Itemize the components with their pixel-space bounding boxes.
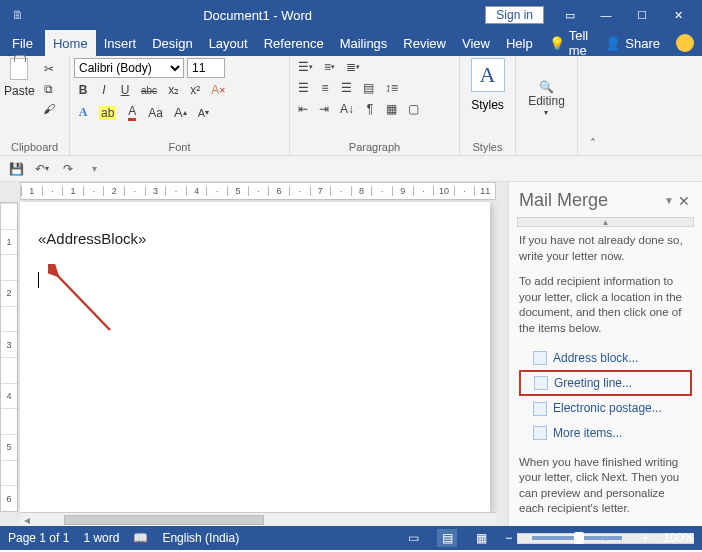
dec-indent-button[interactable]: ⇤ (294, 100, 312, 118)
ribbon-display-icon[interactable]: ▭ (552, 0, 588, 30)
electronic-postage-label: Electronic postage... (553, 400, 662, 416)
paragraph-group-label: Paragraph (294, 139, 455, 155)
tell-me[interactable]: 💡Tell me (541, 30, 598, 56)
greeting-line-label: Greeting line... (554, 375, 632, 391)
font-size-select[interactable]: 11 (187, 58, 225, 78)
styles-gallery-button[interactable]: A (471, 58, 505, 92)
insert-tab[interactable]: Insert (96, 30, 145, 56)
text-caret (38, 272, 39, 288)
view-tab[interactable]: View (454, 30, 498, 56)
underline-button[interactable]: U (116, 81, 134, 99)
justify-button[interactable]: ▤ (359, 79, 378, 97)
mailings-tab[interactable]: Mailings (332, 30, 396, 56)
save-button[interactable]: 💾 (8, 161, 24, 177)
window-title: Document1 - Word (193, 8, 322, 23)
change-case-button[interactable]: Aa (144, 104, 167, 122)
review-tab[interactable]: Review (395, 30, 454, 56)
paragraph-group: ☰▾ ≡▾ ≣▾ ☰ ≡ ☰ ▤ ↕≡ ⇤ ⇥ A↓ ¶ ▦ ▢ Paragra… (290, 56, 460, 155)
document-page[interactable]: «AddressBlock» (20, 202, 490, 512)
address-block-link[interactable]: Address block... (519, 346, 692, 370)
grow-font-button[interactable]: A▴ (170, 103, 191, 122)
zoom-slider[interactable] (532, 536, 622, 540)
web-layout-button[interactable]: ▦ (471, 529, 491, 547)
share-button[interactable]: 👤Share (597, 30, 668, 56)
design-tab[interactable]: Design (144, 30, 200, 56)
multilevel-button[interactable]: ≣▾ (342, 58, 364, 76)
horizontal-scrollbar[interactable]: ◂ (20, 512, 496, 526)
format-painter-button[interactable]: 🖌 (39, 100, 59, 118)
shrink-font-button[interactable]: A▾ (194, 104, 213, 122)
clipboard-group: Paste ✂ ⧉ 🖌 Clipboard (0, 56, 70, 155)
page-count[interactable]: Page 1 of 1 (8, 531, 69, 545)
strike-button[interactable]: abc (137, 81, 161, 99)
print-layout-button[interactable]: ▤ (437, 529, 457, 547)
horizontal-ruler[interactable]: 1·1·2·3·4·5·6·7·8·9·10·11 (20, 182, 496, 200)
clear-format-button[interactable]: A✕ (207, 81, 230, 99)
shading-button[interactable]: ▦ (382, 100, 401, 118)
taskpane-menu-button[interactable]: ▼ (664, 195, 674, 206)
styles-label[interactable]: Styles (471, 98, 504, 112)
zoom-out-button[interactable]: − (505, 531, 512, 545)
subscript-button[interactable]: x₂ (164, 81, 183, 99)
electronic-postage-link[interactable]: Electronic postage... (519, 396, 692, 420)
zoom-in-button[interactable]: + (642, 531, 649, 545)
feedback-button[interactable] (668, 30, 702, 56)
show-marks-button[interactable]: ¶ (361, 100, 379, 118)
collapse-ribbon-button[interactable]: ˄ (578, 56, 608, 155)
word-count[interactable]: 1 word (83, 531, 119, 545)
text-effects-button[interactable]: A (74, 103, 92, 122)
copy-button[interactable]: ⧉ (39, 80, 59, 98)
paste-button[interactable]: Paste (4, 84, 35, 98)
language-status[interactable]: English (India) (162, 531, 239, 545)
lightbulb-icon: 💡 (549, 36, 565, 51)
spellcheck-icon[interactable]: 📖 (133, 531, 148, 545)
references-tab[interactable]: Reference (256, 30, 332, 56)
italic-button[interactable]: I (95, 81, 113, 99)
file-tab[interactable]: File (0, 30, 45, 56)
font-group: Calibri (Body) 11 B I U abc x₂ x² A✕ A a… (70, 56, 290, 155)
home-tab[interactable]: Home (45, 30, 96, 56)
redo-button[interactable]: ↷ (60, 161, 76, 177)
undo-button[interactable]: ↶▾ (34, 161, 50, 177)
cut-button[interactable]: ✂ (39, 60, 59, 78)
taskpane-body: If you have not already done so, write y… (509, 233, 702, 527)
sort-button[interactable]: A↓ (336, 100, 358, 118)
ribbon: Paste ✂ ⧉ 🖌 Clipboard Calibri (Body) 11 … (0, 56, 702, 156)
numbering-button[interactable]: ≡▾ (320, 58, 339, 76)
editing-button[interactable]: 🔍 Editing ▾ (524, 78, 569, 119)
minimize-button[interactable]: — (588, 0, 624, 30)
qat-customize-button[interactable]: ▾ (86, 161, 102, 177)
clipboard-group-label: Clipboard (4, 139, 65, 155)
read-mode-button[interactable]: ▭ (403, 529, 423, 547)
sign-in-button[interactable]: Sign in (485, 6, 544, 24)
mail-merge-taskpane: Mail Merge ▼ ✕ ▲ If you have not already… (508, 182, 702, 526)
taskpane-scroll-up[interactable]: ▲ (517, 217, 694, 227)
maximize-button[interactable]: ☐ (624, 0, 660, 30)
font-name-select[interactable]: Calibri (Body) (74, 58, 184, 78)
more-items-label: More items... (553, 425, 622, 441)
superscript-button[interactable]: x² (186, 81, 204, 99)
borders-button[interactable]: ▢ (404, 100, 423, 118)
help-tab[interactable]: Help (498, 30, 541, 56)
smiley-icon (676, 34, 694, 52)
align-right-button[interactable]: ☰ (337, 79, 356, 97)
merge-field-addressblock[interactable]: «AddressBlock» (38, 230, 472, 247)
bold-button[interactable]: B (74, 81, 92, 99)
status-bar: Page 1 of 1 1 word 📖 English (India) ▭ ▤… (0, 526, 702, 550)
greeting-line-link[interactable]: Greeting line... (519, 370, 692, 396)
bullets-button[interactable]: ☰▾ (294, 58, 317, 76)
inc-indent-button[interactable]: ⇥ (315, 100, 333, 118)
line-spacing-button[interactable]: ↕≡ (381, 79, 402, 97)
font-color-button[interactable]: A (123, 102, 141, 123)
align-left-button[interactable]: ☰ (294, 79, 313, 97)
paste-icon[interactable] (10, 58, 28, 80)
highlight-button[interactable]: ab (95, 104, 120, 122)
more-items-link[interactable]: More items... (519, 421, 692, 445)
align-center-button[interactable]: ≡ (316, 79, 334, 97)
title-bar: 🗎 Document1 - Word Sign in ▭ — ☐ ✕ (0, 0, 702, 30)
layout-tab[interactable]: Layout (201, 30, 256, 56)
taskpane-close-button[interactable]: ✕ (674, 193, 694, 209)
vertical-ruler[interactable]: 123456 (0, 202, 18, 512)
zoom-level[interactable]: 100% (663, 531, 694, 545)
close-button[interactable]: ✕ (660, 0, 696, 30)
